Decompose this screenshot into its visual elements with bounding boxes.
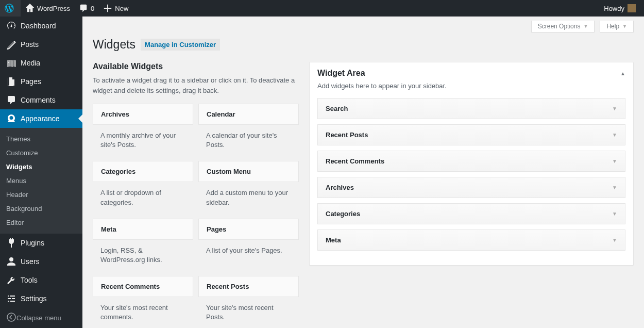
- site-name-label: WordPress: [37, 5, 70, 12]
- pages-icon: [6, 76, 16, 87]
- new-content-menu[interactable]: New: [98, 0, 132, 17]
- sidebar-item-appearance[interactable]: Appearance: [0, 109, 82, 128]
- available-widget: PagesA list of your site's Pages.: [198, 219, 299, 271]
- assigned-widget[interactable]: Meta▼: [317, 229, 625, 251]
- comments-count: 0: [91, 5, 94, 12]
- svg-point-0: [8, 62, 9, 63]
- collapse-label: Collapse menu: [16, 314, 61, 322]
- available-widget: MetaLogin, RSS, & WordPress.org links.: [93, 219, 193, 271]
- available-widget: CalendarA calendar of your site's Posts.: [198, 104, 299, 156]
- available-widget-title[interactable]: Recent Posts: [198, 276, 299, 297]
- screen-options-tab[interactable]: Screen Options▼: [531, 21, 595, 32]
- widget-area: Widget Area ▲ Add widgets here to appear…: [309, 62, 634, 266]
- assigned-widget-label: Search: [326, 105, 348, 112]
- available-widget: ArchivesA monthly archive of your site's…: [93, 104, 193, 156]
- appearance-icon: [6, 113, 16, 124]
- comment-icon: [78, 3, 89, 13]
- available-widgets-desc: To activate a widget drag it to a sideba…: [93, 75, 299, 95]
- sidebar-item-label: Media: [21, 59, 40, 67]
- triangle-down-icon: ▼: [612, 158, 617, 164]
- admin-bar-left: WordPress 0 New: [0, 0, 132, 17]
- available-widget-desc: A calendar of your site's Posts.: [198, 125, 299, 156]
- submenu-header[interactable]: Header: [0, 188, 82, 202]
- new-content-label: New: [115, 5, 128, 12]
- sidebar-item-comments[interactable]: Comments: [0, 91, 82, 109]
- assigned-widget[interactable]: Search▼: [317, 98, 625, 119]
- widget-area-header[interactable]: Widget Area ▲: [317, 69, 625, 78]
- manage-in-customizer-link[interactable]: Manage in Customizer: [141, 39, 220, 51]
- comments-menu[interactable]: 0: [74, 0, 98, 17]
- submenu-customize[interactable]: Customize: [0, 146, 82, 160]
- sidebar-item-plugins[interactable]: Plugins: [0, 234, 82, 252]
- available-widget-title[interactable]: Meta: [93, 219, 193, 240]
- available-widget: Recent PostsYour site's most recent Post…: [198, 276, 299, 328]
- sidebar-item-settings[interactable]: Settings: [0, 289, 82, 308]
- assigned-widget[interactable]: Categories▼: [317, 203, 625, 224]
- help-tab[interactable]: Help▼: [600, 21, 634, 32]
- triangle-up-icon: ▲: [620, 71, 625, 76]
- available-widget-title[interactable]: Archives: [93, 104, 193, 125]
- submenu-menus[interactable]: Menus: [0, 174, 82, 188]
- submenu-themes[interactable]: Themes: [0, 132, 82, 146]
- howdy-label: Howdy: [604, 5, 624, 12]
- sidebar-item-tools[interactable]: Tools: [0, 271, 82, 289]
- plugins-icon: [6, 238, 16, 248]
- sidebar-item-media[interactable]: Media: [0, 54, 82, 72]
- submenu-editor[interactable]: Editor: [0, 216, 82, 229]
- assigned-widget-label: Recent Posts: [326, 131, 368, 139]
- available-widget-title[interactable]: Pages: [198, 219, 299, 240]
- available-widget: CategoriesA list or dropdown of categori…: [93, 161, 193, 213]
- triangle-down-icon: ▼: [622, 24, 627, 29]
- wordpress-logo-icon: [4, 3, 14, 13]
- comments-icon: [6, 95, 16, 105]
- submenu-widgets[interactable]: Widgets: [0, 160, 82, 174]
- sidebar-item-dashboard[interactable]: Dashboard: [0, 17, 82, 35]
- plus-icon: [103, 3, 113, 13]
- available-widget-desc: A list or dropdown of categories.: [93, 182, 193, 213]
- main-content: Screen Options▼ Help▼ Widgets Manage in …: [82, 17, 644, 328]
- available-widgets-heading: Available Widgets: [93, 62, 299, 71]
- triangle-down-icon: ▼: [612, 237, 617, 243]
- available-widget-desc: A list of your site's Pages.: [198, 240, 299, 261]
- page-header: Widgets Manage in Customizer: [82, 32, 644, 62]
- sidebar-item-pages[interactable]: Pages: [0, 72, 82, 91]
- available-widget-title[interactable]: Categories: [93, 161, 193, 182]
- available-widget: Recent CommentsYour site's most recent c…: [93, 276, 193, 328]
- appearance-submenu: Themes Customize Widgets Menus Header Ba…: [0, 128, 82, 234]
- sidebar-item-users[interactable]: Users: [0, 252, 82, 271]
- assigned-widgets-list: Search▼Recent Posts▼Recent Comments▼Arch…: [317, 98, 625, 251]
- screen-meta-links: Screen Options▼ Help▼: [82, 17, 644, 32]
- assigned-widget-label: Recent Comments: [326, 157, 384, 165]
- available-widget-desc: Your site's most recent comments.: [93, 297, 193, 328]
- sidebar-item-label: Users: [21, 257, 40, 266]
- settings-icon: [6, 293, 16, 304]
- svg-point-1: [7, 313, 15, 321]
- widgets-body: Available Widgets To activate a widget d…: [82, 62, 644, 328]
- assigned-widget-label: Archives: [326, 184, 354, 191]
- available-widget-title[interactable]: Calendar: [198, 104, 299, 125]
- dashboard-icon: [6, 21, 16, 31]
- media-icon: [6, 58, 16, 68]
- home-icon: [25, 3, 35, 13]
- available-widget-desc: Add a custom menu to your sidebar.: [198, 182, 299, 213]
- assigned-widget[interactable]: Archives▼: [317, 177, 625, 198]
- assigned-widget[interactable]: Recent Posts▼: [317, 124, 625, 145]
- site-name-menu[interactable]: WordPress: [21, 0, 74, 17]
- tools-icon: [6, 275, 16, 285]
- available-widget-title[interactable]: Recent Comments: [93, 276, 193, 297]
- admin-bar: WordPress 0 New Howdy: [0, 0, 644, 17]
- submenu-background[interactable]: Background: [0, 202, 82, 216]
- available-widget-title[interactable]: Custom Menu: [198, 161, 299, 182]
- sidebar-item-label: Dashboard: [21, 22, 56, 30]
- my-account-menu[interactable]: Howdy: [600, 0, 640, 17]
- triangle-down-icon: ▼: [612, 106, 617, 111]
- available-widget-desc: Your site's most recent Posts.: [198, 297, 299, 328]
- assigned-widget[interactable]: Recent Comments▼: [317, 151, 625, 172]
- sidebar-item-posts[interactable]: Posts: [0, 35, 82, 54]
- sidebars-column: Widget Area ▲ Add widgets here to appear…: [309, 62, 634, 328]
- available-widgets-column: Available Widgets To activate a widget d…: [93, 62, 299, 328]
- collapse-icon: [6, 312, 16, 324]
- avatar: [628, 4, 636, 12]
- collapse-menu[interactable]: Collapse menu: [0, 308, 82, 328]
- wp-logo-menu[interactable]: [0, 0, 21, 17]
